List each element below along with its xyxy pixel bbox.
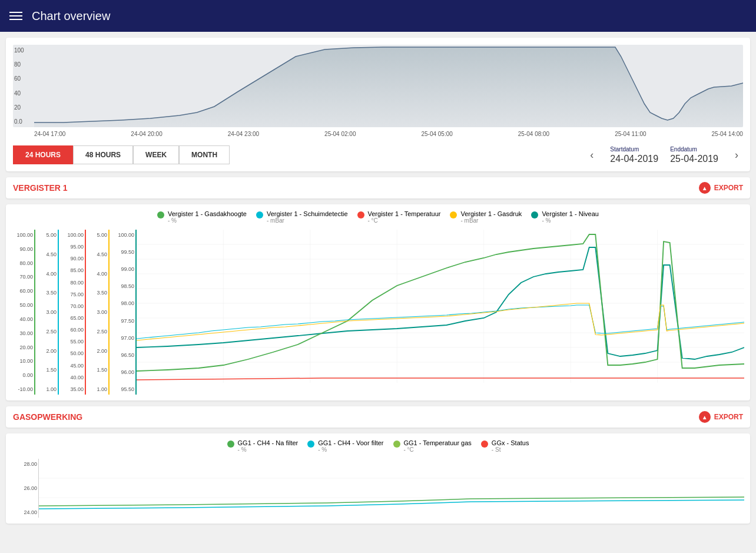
- gasopwerking-export-label: EXPORT: [714, 413, 743, 421]
- overview-card: 100 80 60 40 20 0.0 24-04 17:0: [6, 38, 750, 171]
- vergister1-export-label: EXPORT: [714, 184, 743, 192]
- btn-month[interactable]: MONTH: [179, 145, 230, 164]
- overview-x-labels: 24-04 17:00 24-04 20:00 24-04 23:00 25-0…: [13, 128, 743, 140]
- legend-label-temp-gas: GG1 - Temperatuur gas: [404, 439, 472, 446]
- legend-item-temp-gas: GG1 - Temperatuur gas - °C: [393, 439, 472, 453]
- vergister1-legend: Vergister 1 - Gasdakhoogte - % Vergister…: [12, 210, 744, 224]
- legend-item-temperatuur: Vergister 1 - Temperatuur - °C: [357, 210, 441, 224]
- legend-dot-schuimdetectie: [256, 211, 263, 218]
- enddatum-group: Enddatum 25-04-2019: [670, 146, 718, 164]
- gasopwerking-plot: [39, 459, 744, 518]
- overview-y-labels: 100 80 60 40 20 0.0: [13, 45, 34, 127]
- legend-dot-gasdakhoogte: [157, 211, 164, 218]
- time-controls: 24 HOURS 48 HOURS WEEK MONTH ‹ Startdatu…: [13, 145, 743, 164]
- btn-24hours[interactable]: 24 HOURS: [13, 145, 73, 164]
- startdatum-label: Startdatum: [610, 146, 658, 153]
- legend-dot-niveau: [531, 211, 538, 218]
- gasopwerking-header: GASOPWERKING ▲ EXPORT: [6, 406, 750, 428]
- main-content: 100 80 60 40 20 0.0 24-04 17:0: [0, 32, 756, 529]
- legend-item-schuimdetectie: Vergister 1 - Schuimdetectie - mBar: [256, 210, 348, 224]
- legend-label-gasdruk: Vergister 1 - Gasdruk: [460, 210, 522, 217]
- vergister1-title: VERGISTER 1: [13, 183, 68, 193]
- gasopwerking-legend: GG1 - CH4 - Na filter - % GG1 - CH4 - Vo…: [12, 439, 744, 453]
- legend-item-gasdakhoogte: Vergister 1 - Gasdakhoogte - %: [157, 210, 247, 224]
- startdatum-group: Startdatum 24-04-2019: [610, 146, 658, 164]
- vergister1-header: VERGISTER 1 ▲ EXPORT: [6, 177, 750, 198]
- legend-unit-gasdruk: - mBar: [460, 217, 522, 224]
- legend-dot-ch4-voorfilter: [307, 441, 314, 448]
- legend-label-ggx-status: GGx - Status: [492, 439, 529, 446]
- legend-dot-temp-gas: [393, 441, 400, 448]
- gasopwerking-chart-card: GG1 - CH4 - Na filter - % GG1 - CH4 - Vo…: [6, 433, 750, 524]
- legend-unit-ggx-status: - St: [492, 446, 529, 453]
- overview-svg: [34, 45, 743, 127]
- legend-unit-ch4-voorfilter: - %: [318, 446, 383, 453]
- y-axis-5: 100.00 99.50 99.00 98.50 98.00 97.50 97.…: [110, 230, 137, 395]
- startdatum-value: 24-04-2019: [610, 154, 658, 164]
- legend-item-ch4-voorfilter: GG1 - CH4 - Voor filter - %: [307, 439, 383, 453]
- legend-unit-gasdakhoogte: - %: [168, 217, 247, 224]
- legend-dot-ggx-status: [481, 441, 488, 448]
- legend-unit-temp-gas: - °C: [404, 446, 472, 453]
- overview-chart-area: 100 80 60 40 20 0.0: [13, 45, 743, 127]
- gasopwerking-title: GASOPWERKING: [13, 412, 82, 422]
- vergister1-y-axes: 100.00 90.00 80.00 70.00 60.00 50.00 40.…: [12, 230, 137, 395]
- legend-unit-temperatuur: - °C: [368, 217, 441, 224]
- header: Chart overview: [0, 0, 756, 32]
- legend-label-gasdakhoogte: Vergister 1 - Gasdakhoogte: [168, 210, 247, 217]
- legend-unit-niveau: - %: [542, 217, 599, 224]
- btn-48hours[interactable]: 48 HOURS: [73, 145, 133, 164]
- page-title: Chart overview: [32, 9, 110, 23]
- vergister1-svg: [137, 230, 744, 395]
- menu-button[interactable]: [9, 12, 22, 20]
- legend-item-niveau: Vergister 1 - Niveau - %: [531, 210, 599, 224]
- y-axis-2: 5.00 4.50 4.00 3.50 3.00 2.50 2.00 1.50 …: [35, 230, 59, 395]
- next-date-button[interactable]: ›: [730, 147, 743, 164]
- legend-unit-schuimdetectie: - mBar: [267, 217, 348, 224]
- legend-label-ch4-voorfilter: GG1 - CH4 - Voor filter: [318, 439, 383, 446]
- legend-label-schuimdetectie: Vergister 1 - Schuimdetectie: [267, 210, 348, 217]
- prev-date-button[interactable]: ‹: [585, 147, 598, 164]
- legend-dot-gasdruk: [450, 211, 457, 218]
- gasopwerking-export-icon: ▲: [699, 411, 711, 423]
- y-axis-3: 100.00 95.00 90.00 85.00 80.00 75.00 70.…: [59, 230, 86, 395]
- legend-label-ch4-nafilter: GG1 - CH4 - Na filter: [238, 439, 299, 446]
- legend-item-ch4-nafilter: GG1 - CH4 - Na filter - %: [227, 439, 299, 453]
- legend-label-niveau: Vergister 1 - Niveau: [542, 210, 599, 217]
- vergister1-chart-container: 100.00 90.00 80.00 70.00 60.00 50.00 40.…: [12, 230, 744, 395]
- legend-item-gasdruk: Vergister 1 - Gasdruk - mBar: [450, 210, 522, 224]
- enddatum-value: 25-04-2019: [670, 154, 718, 164]
- date-controls: ‹ Startdatum 24-04-2019 Enddatum 25-04-2…: [585, 146, 743, 164]
- gasopwerking-export-button[interactable]: ▲ EXPORT: [699, 411, 743, 423]
- y-axis-4: 5.00 4.50 4.00 3.50 3.00 2.50 2.00 1.50 …: [86, 230, 110, 395]
- gasopwerking-y-axis: 28.00 26.00 24.00: [12, 459, 39, 518]
- vergister1-plot: 24-04 17:00 24-04 20:00 24-04 23:00 25-0…: [137, 230, 744, 395]
- legend-label-temperatuur: Vergister 1 - Temperatuur: [368, 210, 441, 217]
- legend-dot-ch4-nafilter: [227, 441, 234, 448]
- vergister1-export-button[interactable]: ▲ EXPORT: [699, 182, 743, 194]
- btn-week[interactable]: WEEK: [133, 145, 179, 164]
- legend-unit-ch4-nafilter: - %: [238, 446, 299, 453]
- y-axis-1: 100.00 90.00 80.00 70.00 60.00 50.00 40.…: [12, 230, 35, 395]
- vergister1-chart-card: Vergister 1 - Gasdakhoogte - % Vergister…: [6, 204, 750, 400]
- gasopwerking-chart-container: 28.00 26.00 24.00: [12, 459, 744, 518]
- gasopwerking-svg: [39, 459, 744, 518]
- export-icon: ▲: [699, 182, 711, 194]
- enddatum-label: Enddatum: [670, 146, 718, 153]
- legend-dot-temperatuur: [357, 211, 364, 218]
- legend-item-ggx-status: GGx - Status - St: [481, 439, 529, 453]
